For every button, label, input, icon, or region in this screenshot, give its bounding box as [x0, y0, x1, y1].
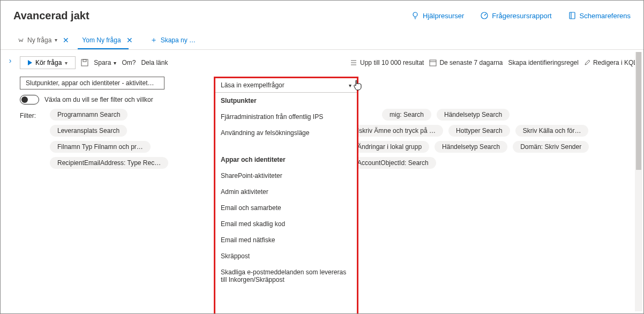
edit-icon — [584, 59, 590, 66]
header-links: Hjälpresurser Frågeresursrapport Schemar… — [411, 11, 631, 20]
content-area: Kör fråga ▾ Spara▾ Om? Dela länk Upp til… — [20, 50, 643, 169]
scrollbar-thumb[interactable] — [636, 52, 641, 170]
svg-rect-3 — [81, 59, 88, 66]
chevron-down-icon: ▾ — [349, 83, 351, 88]
dropdown-item[interactable]: Admin aktiviteter — [215, 184, 357, 200]
filter-pill[interactable]: Domän: Skriv Sender — [513, 141, 589, 153]
edit-in-kql[interactable]: Redigera i KQL — [584, 59, 637, 66]
filter-label: Filter: — [20, 109, 44, 119]
svg-point-0 — [413, 12, 417, 17]
query-resource-report-link[interactable]: Frågeresursrapport — [480, 11, 551, 20]
filter-pill[interactable]: Hottyper Search — [448, 125, 510, 137]
filter-pills: Programnamn Search Leveransplats Search … — [50, 109, 189, 169]
page-title: Avancerad jakt — [13, 10, 411, 22]
dropdown-item[interactable]: Användning av felsökningsläge — [215, 125, 357, 141]
query-toolbar: Kör fråga ▾ Spara▾ Om? Dela länk Upp til… — [20, 50, 643, 76]
svg-rect-2 — [570, 12, 575, 19]
filter-pill[interactable]: Programnamn Search — [50, 109, 128, 121]
filter-pill[interactable]: mig: Search — [382, 109, 431, 121]
vertical-scrollbar[interactable] — [635, 52, 642, 311]
play-icon — [28, 60, 32, 65]
save-menu[interactable]: Spara▾ — [94, 59, 116, 66]
create-new-tab[interactable]: ＋ Skapa ny … — [141, 35, 196, 45]
schema-reference-link[interactable]: Schemareferens — [568, 11, 631, 20]
dropdown-trigger[interactable]: Läsa in exempelfrågor ▾ — [215, 78, 357, 93]
filter-pill[interactable]: Filnamn Typ Filnamn och pr… — [50, 141, 151, 153]
close-icon[interactable]: ✕ — [124, 36, 135, 44]
help-resources-link[interactable]: Hjälpresurser — [411, 11, 464, 20]
sample-queries-dropdown: Läsa in exempelfrågor ▾ Slutpunkter Fjär… — [214, 77, 358, 314]
share-link-button[interactable]: Dela länk — [141, 59, 168, 66]
plus-icon: ＋ — [150, 35, 158, 45]
gauge-icon — [480, 11, 489, 20]
create-detection-rule[interactable]: Skapa identifieringsregel — [508, 59, 579, 66]
dropdown-section: Appar och identiteter — [215, 152, 357, 168]
dropdown-item[interactable]: Email med skadlig kod — [215, 216, 357, 232]
filter-pill[interactable]: Skriv Källa och för… — [515, 125, 589, 137]
tab-bar: Ny fråga ▾ ✕ Yom Ny fråga ✕ ＋ Skapa ny … — [1, 31, 643, 50]
chevron-right-icon: › — [9, 56, 12, 65]
save-icon[interactable] — [81, 59, 88, 66]
filter-pill[interactable]: AccountObjectId: Search — [350, 157, 436, 169]
filter-pill[interactable]: Händelsetyp Search — [435, 141, 507, 153]
dropdown-item[interactable]: Email med nätfiske — [215, 232, 357, 248]
time-range[interactable]: De senaste 7 dagarna — [429, 59, 503, 66]
lightbulb-icon — [411, 11, 420, 20]
dropdown-item[interactable]: Email och samarbete — [215, 200, 357, 216]
tab-new-query-1[interactable]: Ny fråga ▾ ✕ — [13, 31, 76, 49]
svg-rect-5 — [430, 60, 436, 66]
filter-pills-right: mig: Search Händelsetyp Search Iskriv Äm… — [350, 109, 602, 169]
filter-pill[interactable]: Händelsetyp Search — [437, 109, 510, 121]
filter-pill[interactable]: Iskriv Ämne och tryck på … — [350, 125, 443, 137]
filter-pill[interactable]: Ändringar i lokal grupp — [350, 141, 429, 153]
more-filters-toggle[interactable] — [20, 95, 39, 104]
expand-sidebar[interactable]: › — [1, 50, 20, 169]
list-icon — [350, 59, 357, 66]
dropdown-item[interactable]: Skräppost — [215, 248, 357, 264]
query-icon — [18, 37, 24, 43]
close-icon[interactable]: ✕ — [61, 36, 71, 44]
book-icon — [568, 11, 576, 20]
result-limit[interactable]: Upp till 10 000 resultat — [350, 59, 424, 66]
dropdown-section: Slutpunkter — [215, 93, 357, 109]
undo-button[interactable]: Om? — [122, 59, 136, 66]
page-header: Avancerad jakt Hjälpresurser Frågeresurs… — [1, 1, 643, 31]
svg-rect-4 — [83, 59, 86, 62]
dropdown-item[interactable]: Fjärradministration från offentlig IPS — [215, 109, 357, 125]
calendar-icon — [429, 59, 437, 66]
filter-pill[interactable]: RecipientEmailAddress: Type Rec… — [50, 157, 168, 169]
filter-pill[interactable]: Leveransplats Search — [50, 125, 127, 137]
dropdown-item[interactable]: SharePoint-aktiviteter — [215, 168, 357, 184]
tab-new-query-2[interactable]: Yom Ny fråga ✕ — [78, 31, 139, 49]
dropdown-item[interactable]: Skadliga e-postmeddelanden som levereras… — [215, 264, 357, 288]
chevron-down-icon: ▾ — [65, 60, 68, 66]
toggle-label: Växla om du vill se fler filter och vill… — [44, 96, 153, 103]
run-query-button[interactable]: Kör fråga ▾ — [20, 56, 76, 69]
scope-selector[interactable]: Slutpunkter, appar och identiteter - akt… — [20, 77, 164, 89]
